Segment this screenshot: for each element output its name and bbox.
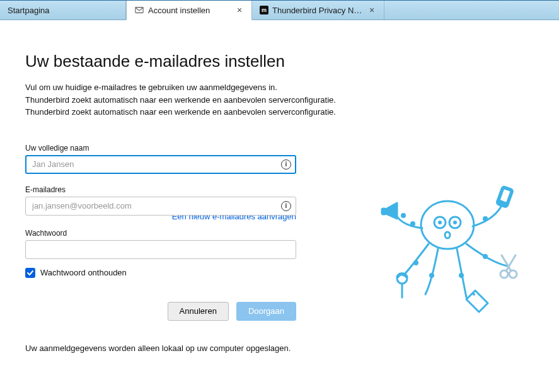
mail-icon <box>134 5 144 15</box>
tab-label: Thunderbird Privacy Notice <box>272 6 364 15</box>
email-field[interactable] <box>25 197 296 216</box>
account-form: Uw volledige naam i E-mailadres i Een ni… <box>25 144 296 353</box>
intro-line: Thunderbird zoekt automatisch naar een w… <box>25 94 534 107</box>
setup-account-panel: Uw bestaande e-mailadres instellen Vul o… <box>0 20 559 392</box>
name-field[interactable] <box>25 155 296 174</box>
info-icon[interactable]: i <box>281 159 291 170</box>
svg-point-4 <box>438 221 442 224</box>
intro-text: Vul om uw huidige e-mailadres te gebruik… <box>25 81 534 118</box>
intro-line: Vul om uw huidige e-mailadres te gebruik… <box>25 81 534 94</box>
tab-account-instellen[interactable]: Account instellen × <box>126 1 252 20</box>
svg-point-20 <box>473 293 475 296</box>
svg-point-11 <box>483 254 488 259</box>
remember-password-checkbox[interactable] <box>25 268 35 278</box>
close-icon[interactable]: × <box>235 6 244 14</box>
info-icon[interactable]: i <box>281 201 291 211</box>
close-icon[interactable]: × <box>367 6 376 14</box>
tab-bar: Startpagina Account instellen × m Thunde… <box>0 0 559 20</box>
cancel-button[interactable]: Annuleren <box>168 302 229 321</box>
svg-point-12 <box>429 273 434 278</box>
octopus-illustration <box>378 181 529 313</box>
password-field[interactable] <box>25 240 296 259</box>
continue-button[interactable]: Doorgaan <box>236 302 296 321</box>
name-label: Uw volledige naam <box>25 144 296 153</box>
tab-label: Account instellen <box>148 6 231 15</box>
page-title: Uw bestaande e-mailadres instellen <box>25 52 534 71</box>
footnote-text: Uw aanmeldgegevens worden alleen lokaal … <box>25 343 296 353</box>
email-label: E-mailadres <box>25 185 296 194</box>
password-label: Wachtwoord <box>25 229 296 238</box>
svg-point-1 <box>421 201 474 249</box>
svg-rect-14 <box>382 209 386 214</box>
tab-privacy-notice[interactable]: m Thunderbird Privacy Notice × <box>252 1 384 20</box>
tab-label: Startpagina <box>8 6 118 15</box>
svg-point-8 <box>401 213 406 218</box>
m-logo-icon: m <box>260 6 268 14</box>
check-icon <box>26 269 34 277</box>
tab-startpagina[interactable]: Startpagina <box>0 1 126 20</box>
svg-point-13 <box>459 273 464 278</box>
intro-line: Thunderbird zoekt automatisch naar een w… <box>25 106 534 118</box>
svg-point-10 <box>413 260 418 265</box>
svg-point-9 <box>483 216 488 221</box>
svg-point-7 <box>410 221 415 226</box>
remember-password-label: Wachtwoord onthouden <box>40 268 127 277</box>
svg-point-5 <box>453 221 457 224</box>
